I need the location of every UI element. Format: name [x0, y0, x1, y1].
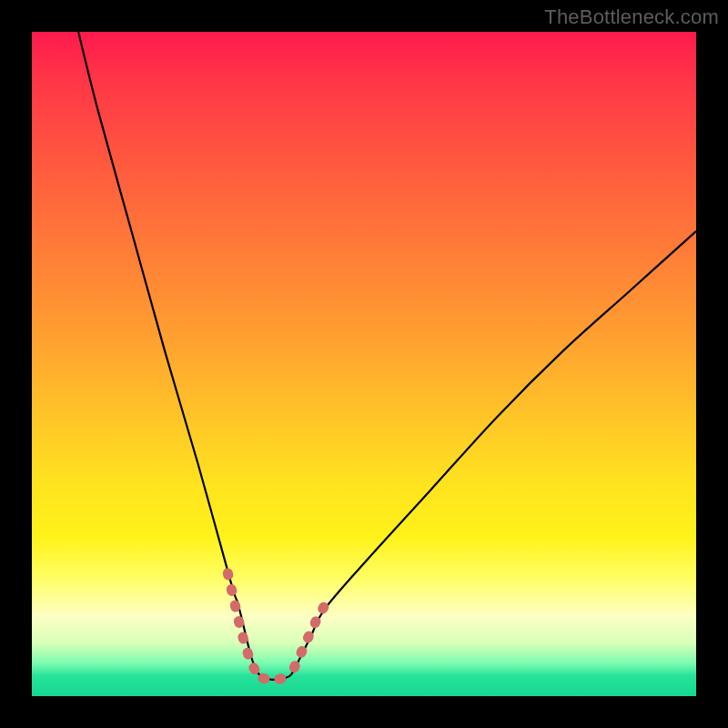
dashed-left-segment	[228, 573, 263, 678]
dashed-bottom-segment	[263, 677, 286, 680]
curve-layer	[32, 32, 696, 696]
bottleneck-curve	[78, 32, 696, 680]
marker-dashes	[228, 573, 324, 680]
watermark-text: TheBottleneck.com	[544, 5, 719, 29]
bottleneck-curve-path	[78, 32, 696, 680]
plot-area	[32, 32, 696, 696]
chart-frame: TheBottleneck.com	[0, 0, 728, 728]
